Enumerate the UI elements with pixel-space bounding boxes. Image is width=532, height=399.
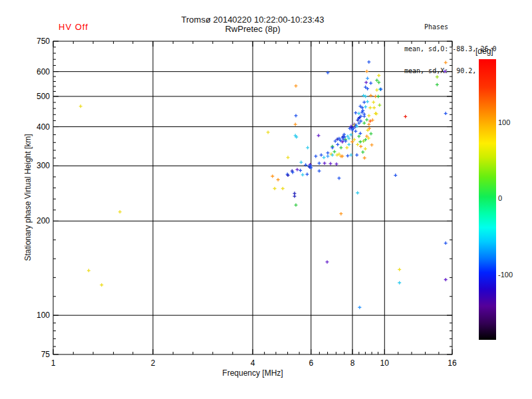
svg-text:4: 4 — [251, 358, 255, 368]
data-point — [273, 187, 277, 190]
data-point — [359, 145, 362, 148]
data-point — [444, 112, 448, 115]
svg-text:8: 8 — [350, 358, 355, 368]
data-point — [365, 134, 368, 138]
data-point — [444, 61, 448, 65]
data-point — [358, 132, 362, 135]
data-point — [436, 75, 439, 78]
data-point — [369, 82, 372, 85]
data-point — [336, 143, 339, 146]
data-point — [375, 88, 378, 92]
data-point — [366, 76, 369, 80]
data-point — [359, 120, 362, 123]
data-point — [320, 154, 323, 157]
data-point — [323, 162, 327, 165]
data-point — [436, 83, 439, 86]
data-point — [361, 150, 364, 154]
data-point — [376, 94, 380, 98]
data-point — [368, 106, 372, 109]
data-point — [350, 140, 354, 144]
data-point — [345, 146, 348, 150]
data-point — [364, 80, 368, 84]
svg-text:200: 200 — [37, 216, 50, 225]
data-point — [299, 169, 302, 172]
data-point — [372, 106, 376, 109]
svg-text:600: 600 — [37, 67, 50, 76]
data-point — [365, 118, 368, 122]
data-point — [326, 154, 329, 158]
data-point — [87, 269, 90, 272]
data-point — [334, 140, 337, 143]
data-point — [364, 105, 367, 108]
plot-canvas: 12468101675100200300400500600750 — [0, 0, 532, 399]
data-point — [366, 128, 370, 132]
data-point — [369, 94, 372, 97]
data-point — [365, 70, 368, 73]
data-point — [372, 100, 375, 104]
data-point — [337, 176, 340, 180]
colorbar-tick-0: 0 — [498, 194, 502, 202]
data-point — [358, 306, 361, 309]
data-point — [100, 283, 103, 287]
data-point — [362, 122, 366, 125]
data-point — [375, 78, 378, 82]
data-point — [444, 70, 447, 73]
data-point — [358, 140, 362, 144]
data-point — [377, 74, 380, 77]
data-point — [367, 136, 370, 140]
data-point — [294, 123, 297, 126]
data-point — [299, 161, 303, 164]
svg-text:75: 75 — [41, 350, 51, 359]
data-point — [318, 170, 321, 173]
data-point — [294, 203, 297, 207]
data-point — [356, 143, 359, 146]
data-point — [293, 195, 296, 198]
data-point — [281, 187, 285, 190]
data-point — [398, 268, 401, 271]
colorbar-tick-minus100: -100 — [498, 271, 513, 279]
data-point — [118, 210, 122, 213]
data-point — [356, 192, 359, 195]
data-point — [277, 178, 280, 182]
data-point — [367, 123, 370, 126]
data-point — [363, 156, 366, 160]
ionogram-figure: HV Off Tromsø 20140220 10:22:00-10:23:43… — [0, 0, 532, 399]
svg-text:6: 6 — [309, 358, 313, 368]
data-point — [378, 104, 381, 107]
data-point — [294, 84, 297, 88]
data-point — [301, 173, 305, 176]
data-point — [368, 127, 371, 130]
svg-text:1: 1 — [51, 358, 56, 368]
data-point — [444, 241, 448, 245]
data-point — [329, 162, 332, 166]
data-point — [332, 150, 336, 154]
data-point — [354, 130, 357, 133]
svg-text:100: 100 — [37, 311, 50, 320]
data-point — [357, 134, 360, 138]
data-point — [271, 175, 274, 178]
data-point — [295, 168, 299, 171]
svg-text:2: 2 — [151, 358, 156, 368]
data-point — [79, 104, 82, 108]
data-point — [317, 134, 320, 137]
data-point — [314, 154, 317, 158]
data-point — [294, 114, 297, 117]
data-point — [286, 156, 289, 159]
data-point — [334, 162, 338, 166]
svg-text:16: 16 — [448, 358, 457, 368]
data-point — [267, 130, 270, 134]
data-point — [339, 212, 342, 215]
colorbar-tick-100: 100 — [498, 118, 510, 126]
data-point — [323, 156, 326, 159]
svg-text:300: 300 — [37, 161, 50, 170]
data-point — [444, 278, 448, 281]
svg-text:10: 10 — [380, 358, 390, 368]
data-point — [404, 115, 407, 118]
data-point — [398, 281, 401, 285]
data-point — [394, 174, 397, 177]
data-point — [339, 146, 342, 150]
data-point — [346, 154, 349, 158]
data-point — [325, 260, 329, 263]
data-point — [362, 112, 366, 116]
data-point — [367, 61, 370, 64]
